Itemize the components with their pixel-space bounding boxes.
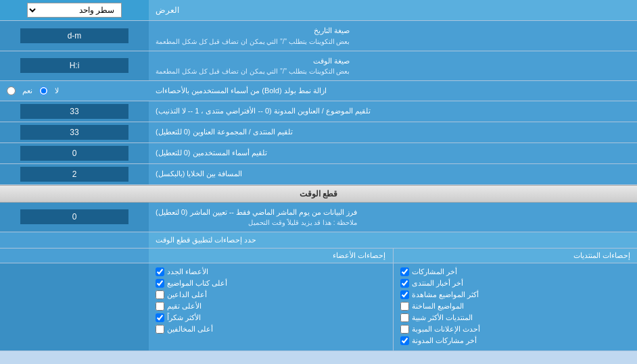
stats-col1-item-4: المنتديات الأكثر شبية bbox=[400, 312, 631, 323]
username-sort-input-cell bbox=[0, 143, 149, 163]
title-sort-input-cell bbox=[0, 101, 149, 122]
stats-col2-check-1[interactable] bbox=[156, 279, 164, 288]
cell-gap-input[interactable] bbox=[20, 167, 128, 182]
stats-col2-check-4[interactable] bbox=[156, 313, 164, 322]
display-select-cell: سطر واحدسطرينثلاثة أسطر bbox=[0, 0, 149, 20]
title-sort-label: تلقيم الموضوع / العناوين المدونة (0 -- ا… bbox=[149, 101, 637, 122]
stats-col2-item-4: الأكثر شكراً bbox=[156, 312, 386, 323]
stats-col1-check-6[interactable] bbox=[400, 336, 409, 345]
stats-col1-check-5[interactable] bbox=[400, 325, 409, 334]
stats-col1-item-6: أخر مشاركات المدونة bbox=[400, 335, 631, 346]
date-format-input[interactable] bbox=[20, 28, 128, 43]
bold-remove-label: ازالة نمط بولد (Bold) من أسماء المستخدمي… bbox=[149, 81, 637, 101]
cell-gap-input-cell bbox=[0, 164, 149, 184]
time-row-input-cell bbox=[0, 203, 149, 232]
bold-no-label: لا bbox=[55, 86, 59, 95]
time-format-label: صيغة الوقت بعض التكوينات يتطلب "/" التي … bbox=[149, 51, 637, 81]
stats-col1-item-0: أخر المشاركات bbox=[400, 266, 631, 278]
stats-col2-item-2: أعلى الداعين bbox=[156, 289, 386, 301]
title-sort-input[interactable] bbox=[20, 104, 128, 119]
bold-yes-label: نعم bbox=[22, 86, 32, 95]
stats-col1-item-3: المواضيع الساخنة bbox=[400, 301, 631, 312]
forum-sort-input[interactable] bbox=[20, 125, 128, 140]
stats-col1-check-4[interactable] bbox=[400, 313, 409, 322]
stats-col1-item-2: أكثر المواضيع مشاهدة bbox=[400, 289, 631, 301]
stats-col2-check-0[interactable] bbox=[156, 267, 164, 276]
stats-col1-header: إحصاءات المنتديات bbox=[393, 249, 638, 263]
stats-col2-item-1: أعلى كتاب المواضيع bbox=[156, 278, 386, 289]
stats-col2-item-3: الأعلى تقيم bbox=[156, 301, 386, 312]
bold-yes-radio[interactable] bbox=[7, 86, 16, 95]
stats-col1-check-3[interactable] bbox=[400, 302, 409, 311]
display-label: العرض bbox=[149, 0, 637, 20]
time-format-input[interactable] bbox=[20, 58, 128, 73]
date-format-input-cell bbox=[0, 21, 149, 51]
username-sort-input[interactable] bbox=[20, 146, 128, 161]
stats-col2-item-0: الأعضاء الجدد bbox=[156, 266, 386, 278]
stats-col3-header bbox=[0, 249, 149, 263]
stats-col1-check-1[interactable] bbox=[400, 279, 409, 288]
bold-remove-cell: لا نعم bbox=[0, 81, 149, 101]
forum-sort-label: تلقيم المنتدى / المجموعة العناوين (0 للت… bbox=[149, 122, 637, 142]
stats-col2: الأعضاء الجدد أعلى كتاب المواضيع أعلى ال… bbox=[149, 263, 393, 350]
stats-col2-check-2[interactable] bbox=[156, 290, 164, 299]
stats-col2-item-5: أعلى المخالفين bbox=[156, 323, 386, 335]
date-format-label: صيغة التاريخ بعض التكوينات يتطلب "/" الت… bbox=[149, 21, 637, 51]
time-format-input-cell bbox=[0, 51, 149, 81]
time-section-header: قطع الوقت bbox=[0, 185, 637, 203]
time-row-label: فرز البيانات من يوم الماشر الماضي فقط --… bbox=[149, 203, 637, 232]
stats-col1-item-1: أخر أخبار المنتدى bbox=[400, 278, 631, 289]
stats-col1-item-5: أحدث الإعلانات المبوبة bbox=[400, 323, 631, 335]
stats-col1-check-0[interactable] bbox=[400, 267, 409, 276]
bold-no-radio[interactable] bbox=[39, 86, 48, 95]
stats-col2-check-5[interactable] bbox=[156, 325, 164, 334]
stats-header-label: حدد إحصاءات لتطبيق قطع الوقت bbox=[149, 232, 637, 248]
display-select[interactable]: سطر واحدسطرينثلاثة أسطر bbox=[27, 3, 122, 18]
stats-header-cell bbox=[0, 232, 149, 248]
stats-col3 bbox=[0, 263, 149, 350]
username-sort-label: تلقيم أسماء المستخدمين (0 للتعطيل) bbox=[149, 143, 637, 163]
forum-sort-input-cell bbox=[0, 122, 149, 142]
cell-gap-label: المسافة بين الخلايا (بالبكسل) bbox=[149, 164, 637, 184]
stats-col1-check-2[interactable] bbox=[400, 290, 409, 299]
time-row-input[interactable] bbox=[20, 209, 128, 224]
stats-col1: أخر المشاركات أخر أخبار المنتدى أكثر الم… bbox=[393, 263, 638, 350]
stats-col2-check-3[interactable] bbox=[156, 302, 164, 311]
stats-col2-header: إحصاءات الأعضاء bbox=[149, 249, 393, 263]
